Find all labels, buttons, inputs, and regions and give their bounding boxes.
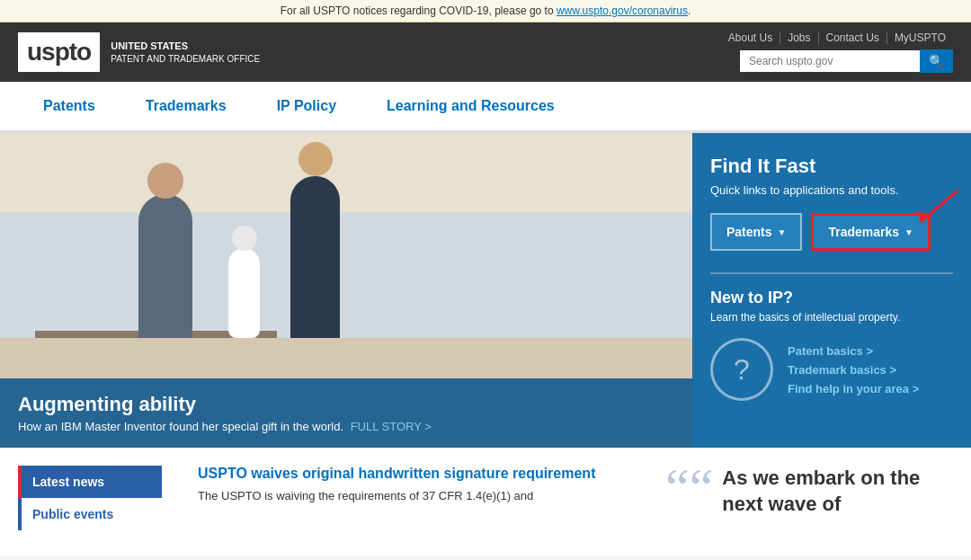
logo-uspto-text: uspto <box>27 38 91 67</box>
news-body: The USPTO is waiving the requirements of… <box>198 487 629 505</box>
scene-wall <box>0 212 692 338</box>
svg-line-0 <box>926 191 958 218</box>
scene-ceiling <box>0 133 692 212</box>
quote-text: As we embark on the next wave of <box>722 466 953 517</box>
sidebar-public-events[interactable]: Public events <box>18 498 162 530</box>
find-it-fast-panel: Find It Fast Quick links to applications… <box>692 133 971 448</box>
new-to-ip-desc: Learn the basics of intellectual propert… <box>710 311 953 324</box>
covid-link[interactable]: www.uspto.gov/coronavirus <box>557 4 688 17</box>
new-to-ip-links: Patent basics > Trademark basics > Find … <box>788 344 919 396</box>
find-help-link[interactable]: Find help in your area > <box>788 382 919 396</box>
person2-figure <box>290 176 340 338</box>
covid-banner-text: For all USPTO notices regarding COVID-19… <box>281 4 557 17</box>
new-to-ip-inner: ? Patent basics > Trademark basics > Fin… <box>710 338 953 401</box>
fif-patents-button[interactable]: Patents ▼ <box>710 213 802 251</box>
fif-trademarks-label: Trademarks <box>828 225 899 239</box>
bottom-section: Latest news Public events USPTO waives o… <box>0 448 971 556</box>
news-sidebar: Latest news Public events <box>18 466 162 538</box>
covid-banner: For all USPTO notices regarding COVID-19… <box>0 0 971 22</box>
person1-figure <box>138 194 192 338</box>
hero-section: Augmenting ability How an IBM Master Inv… <box>0 133 971 448</box>
new-to-ip-section: New to IP? Learn the basics of intellect… <box>710 272 953 401</box>
top-links: About Us Jobs Contact Us MyUSPTO <box>721 31 953 44</box>
search-input[interactable] <box>740 50 920 72</box>
myuspto-link[interactable]: MyUSPTO <box>887 31 953 44</box>
logo-box: uspto <box>18 32 100 72</box>
nav-learning[interactable]: Learning and Resources <box>361 82 580 133</box>
logo-subtext: UNITED STATES PATENT AND TRADEMARK OFFIC… <box>111 40 260 64</box>
robot-figure <box>228 248 260 338</box>
patents-dropdown-icon: ▼ <box>778 227 787 237</box>
news-title: USPTO waives original handwritten signat… <box>198 466 629 482</box>
hero-full-story-link[interactable]: FULL STORY > <box>351 420 432 433</box>
header-right: About Us Jobs Contact Us MyUSPTO 🔍 <box>721 31 953 73</box>
contact-us-link[interactable]: Contact Us <box>819 31 887 44</box>
about-us-link[interactable]: About Us <box>721 31 780 44</box>
hero-caption: Augmenting ability How an IBM Master Inv… <box>0 378 692 448</box>
org-line1: UNITED STATES <box>111 40 260 52</box>
nav-patents[interactable]: Patents <box>18 82 120 133</box>
sidebar-latest-news[interactable]: Latest news <box>18 466 162 498</box>
news-content: USPTO waives original handwritten signat… <box>198 466 629 538</box>
logo-area: uspto UNITED STATES PATENT AND TRADEMARK… <box>18 32 260 72</box>
org-line2: PATENT AND TRADEMARK OFFICE <box>111 53 260 65</box>
patent-basics-link[interactable]: Patent basics > <box>788 344 919 358</box>
nav-ip-policy[interactable]: IP Policy <box>252 82 361 133</box>
red-arrow-annotation <box>908 186 962 231</box>
new-to-ip-title: New to IP? <box>710 289 953 307</box>
hero-subtitle: How an IBM Master Inventor found her spe… <box>18 420 674 433</box>
jobs-link[interactable]: Jobs <box>780 31 818 44</box>
nav-trademarks[interactable]: Trademarks <box>120 82 252 133</box>
fif-title: Find It Fast <box>710 155 953 178</box>
fif-buttons: Patents ▼ Trademarks ▼ <box>710 213 953 251</box>
quote-section: ““ As we embark on the next wave of <box>665 466 953 538</box>
fif-patents-label: Patents <box>726 225 772 239</box>
search-button[interactable]: 🔍 <box>920 49 953 73</box>
hero-image: Augmenting ability How an IBM Master Inv… <box>0 133 692 448</box>
trademark-basics-link[interactable]: Trademark basics > <box>788 363 919 377</box>
main-nav: Patents Trademarks IP Policy Learning an… <box>0 82 971 133</box>
question-mark-icon: ? <box>710 338 773 401</box>
quote-mark-icon: ““ <box>665 466 713 509</box>
hero-title: Augmenting ability <box>18 393 674 416</box>
search-bar: 🔍 <box>740 49 953 73</box>
site-header: uspto UNITED STATES PATENT AND TRADEMARK… <box>0 22 971 82</box>
